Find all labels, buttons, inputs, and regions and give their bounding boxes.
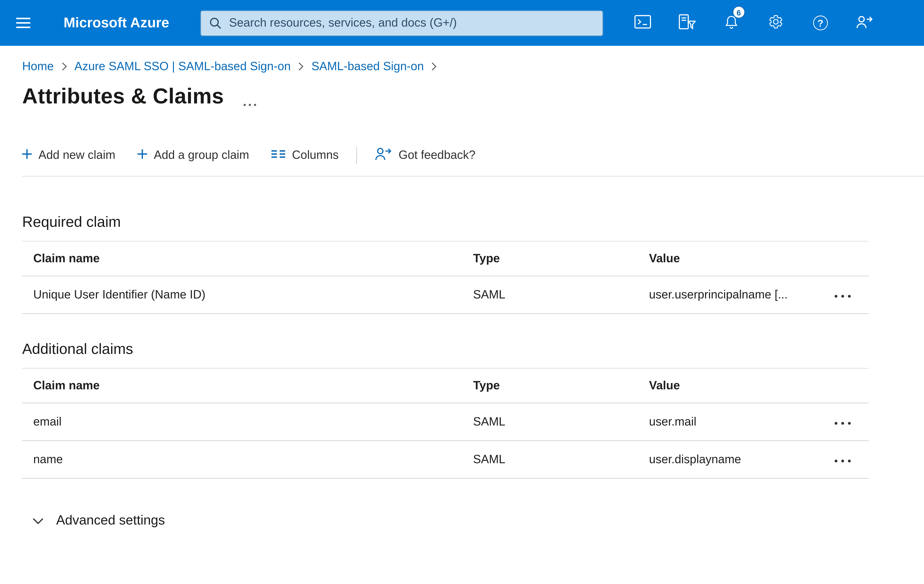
claim-value-cell: user.displayname <box>649 453 817 466</box>
claim-value-cell: user.userprincipalname [... <box>649 288 817 301</box>
help-icon: ? <box>813 15 828 30</box>
feedback-icon <box>856 14 873 32</box>
required-claim-heading: Required claim <box>22 214 924 230</box>
claim-row[interactable]: Unique User Identifier (Name ID) SAML us… <box>22 276 869 314</box>
claim-type-cell: SAML <box>473 288 649 301</box>
notification-badge: 6 <box>733 6 745 18</box>
top-bar: Microsoft Azure 6 <box>0 0 924 46</box>
feedback-icon <box>375 146 392 164</box>
table-header-row: Claim name Type Value <box>22 241 869 276</box>
row-context-menu-button[interactable] <box>817 276 869 313</box>
column-header-type: Type <box>473 379 649 392</box>
column-header-value: Value <box>649 252 817 265</box>
hamburger-icon <box>16 18 30 28</box>
columns-button[interactable]: Columns <box>271 148 339 162</box>
row-context-menu-button[interactable] <box>817 403 869 440</box>
feedback-button[interactable] <box>843 0 887 46</box>
row-context-menu-button[interactable] <box>817 441 869 478</box>
chevron-right-icon <box>298 62 304 71</box>
claim-type-cell: SAML <box>473 453 649 466</box>
brand-title[interactable]: Microsoft Azure <box>64 15 169 31</box>
got-feedback-label: Got feedback? <box>399 148 475 162</box>
command-bar: Add new claim Add a group claim Columns … <box>22 146 924 164</box>
column-header-claim-name: Claim name <box>22 379 473 392</box>
azure-portal-page: Microsoft Azure 6 <box>0 0 924 584</box>
breadcrumb: Home Azure SAML SSO | SAML-based Sign-on… <box>22 60 924 73</box>
additional-claims-section: Additional claims Claim name Type Value … <box>0 341 924 479</box>
column-header-value: Value <box>649 379 817 392</box>
ellipsis-icon <box>833 289 852 300</box>
ellipsis-icon <box>243 97 256 109</box>
add-group-claim-label: Add a group claim <box>154 148 249 162</box>
additional-claims-table: Claim name Type Value email SAML user.ma… <box>22 368 869 479</box>
advanced-settings-toggle[interactable]: Advanced settings <box>33 513 165 528</box>
claim-name-cell: Unique User Identifier (Name ID) <box>22 288 473 301</box>
search-input[interactable] <box>200 10 603 36</box>
global-search <box>200 10 603 36</box>
columns-label: Columns <box>292 148 339 162</box>
gear-icon <box>768 14 784 32</box>
command-bar-divider <box>22 176 924 176</box>
add-group-claim-button[interactable]: Add a group claim <box>137 148 249 162</box>
breadcrumb-link-saml-signon[interactable]: SAML-based Sign-on <box>311 60 424 73</box>
page-title: Attributes & Claims <box>22 84 224 109</box>
plus-icon <box>137 148 147 162</box>
plus-icon <box>22 148 32 162</box>
hamburger-menu-button[interactable] <box>0 0 46 46</box>
additional-claims-heading: Additional claims <box>22 341 924 357</box>
got-feedback-button[interactable]: Got feedback? <box>375 146 475 164</box>
add-new-claim-button[interactable]: Add new claim <box>22 148 116 162</box>
page-title-more-button[interactable] <box>243 97 256 109</box>
settings-button[interactable] <box>754 0 799 46</box>
directory-filter-button[interactable] <box>665 0 710 46</box>
breadcrumb-link-saml-sso[interactable]: Azure SAML SSO | SAML-based Sign-on <box>74 60 291 73</box>
notifications-button[interactable]: 6 <box>710 0 754 46</box>
column-header-type: Type <box>473 252 649 265</box>
claim-type-cell: SAML <box>473 415 649 428</box>
column-header-claim-name: Claim name <box>22 252 473 265</box>
help-glyph: ? <box>818 17 823 28</box>
directory-filter-icon <box>679 14 696 32</box>
columns-icon <box>271 148 285 162</box>
cloud-shell-icon <box>635 15 652 31</box>
chevron-down-icon <box>33 513 44 528</box>
topbar-actions: 6 ? <box>621 0 887 46</box>
required-claim-section: Required claim Claim name Type Value Uni… <box>0 214 924 314</box>
ellipsis-icon <box>833 454 852 465</box>
toolbar-divider <box>356 146 357 164</box>
claim-name-cell: name <box>22 453 473 466</box>
ellipsis-icon <box>833 416 852 428</box>
chevron-right-icon <box>61 62 67 71</box>
claim-value-cell: user.mail <box>649 415 817 428</box>
help-button[interactable]: ? <box>799 0 843 46</box>
claim-name-cell: email <box>22 415 473 428</box>
add-new-claim-label: Add new claim <box>38 148 116 162</box>
table-header-row: Claim name Type Value <box>22 368 869 403</box>
required-claim-table: Claim name Type Value Unique User Identi… <box>22 241 869 314</box>
claim-row[interactable]: name SAML user.displayname <box>22 441 869 479</box>
claim-row[interactable]: email SAML user.mail <box>22 403 869 441</box>
page-header: Attributes & Claims <box>22 84 924 109</box>
chevron-right-icon <box>431 62 437 71</box>
cloud-shell-button[interactable] <box>621 0 665 46</box>
advanced-settings-label: Advanced settings <box>56 513 165 528</box>
breadcrumb-link-home[interactable]: Home <box>22 60 54 73</box>
